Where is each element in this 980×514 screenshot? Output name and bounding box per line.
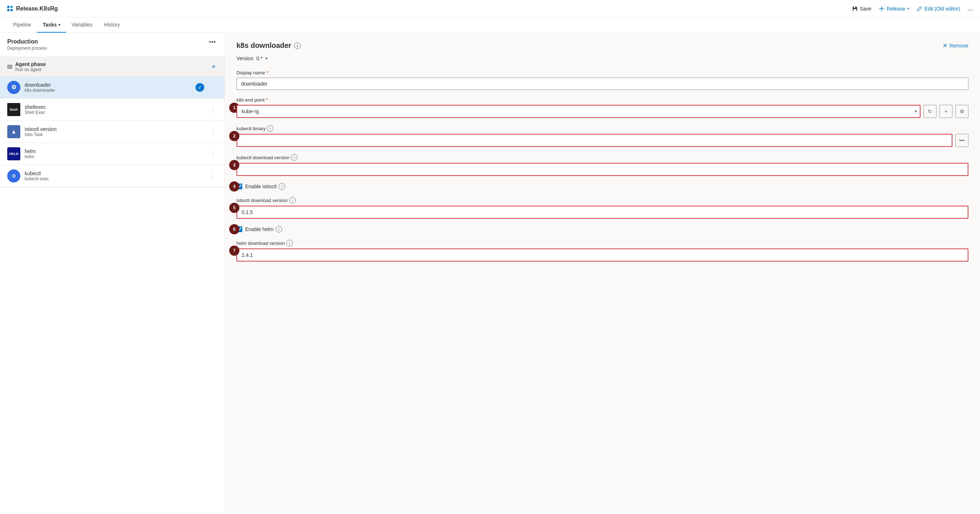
k8s-endpoint-select[interactable]: kube-rg <box>237 105 921 118</box>
task-item-istioctl[interactable]: ▲ istioctl version Istio Task ⋮ <box>0 121 224 143</box>
kubectl-version-input[interactable] <box>237 163 968 176</box>
helm-version-info-icon[interactable]: i <box>286 240 293 246</box>
k8s-endpoint-row: kube-rg ▾ ↻ + ⚙ <box>237 105 968 118</box>
kubectl-binary-input[interactable] <box>237 134 953 147</box>
logo-dot-2 <box>11 6 13 8</box>
istioctl-version-wrapper: 5 istioctl download version i <box>237 197 968 219</box>
istioctl-info-icon[interactable]: i <box>278 183 285 190</box>
task-info-downloader: downloader k8s downloader <box>25 82 191 93</box>
remove-button[interactable]: ✕ Remove <box>943 42 968 49</box>
phase-sub: Run on agent <box>15 67 46 72</box>
task-info-shellexec: shellexec Shell Exec <box>25 104 204 115</box>
step-7-indicator: 7 <box>229 245 239 256</box>
more-button[interactable]: ... <box>967 5 973 12</box>
remove-label: Remove <box>950 43 968 49</box>
tab-tasks[interactable]: Tasks ▾ <box>37 18 66 33</box>
release-chevron: ▾ <box>907 6 909 11</box>
save-button[interactable]: Save <box>852 6 872 12</box>
kubectl-binary-wrapper: 2 kubectl binary i ••• <box>237 125 968 147</box>
version-row: Version 0.* ▾ <box>237 56 968 61</box>
task-sub-downloader: k8s downloader <box>25 88 191 93</box>
task-item-shellexec[interactable]: Bash shellexec Shell Exec ⋮ <box>0 99 224 121</box>
enable-helm-wrapper: 6 Enable helm i <box>237 226 968 232</box>
step-3-indicator: 3 <box>229 160 239 170</box>
task-name-helm: helm <box>25 148 204 154</box>
left-panel: Production Deployment process ••• <box>0 33 225 512</box>
endpoint-add-button[interactable]: + <box>939 105 953 118</box>
task-drag-istioctl[interactable]: ⋮ <box>208 129 217 135</box>
step-4-indicator: 4 <box>229 181 239 191</box>
plus-icon <box>879 6 885 12</box>
k8s-downloader-icon: ⚙ <box>7 81 20 94</box>
task-item-downloader[interactable]: ⚙ downloader k8s downloader ✓ ⋮ <box>0 76 224 99</box>
kubectl-version-label: kubectl download version i <box>237 154 968 161</box>
panel-title-text: k8s downloader <box>237 41 291 50</box>
k8s-endpoint-label-text: k8s end point <box>237 97 264 103</box>
save-icon <box>852 6 858 12</box>
step-5-indicator: 5 <box>229 203 239 213</box>
add-task-button[interactable]: + <box>210 63 217 71</box>
stage-more-button[interactable]: ••• <box>207 38 217 46</box>
istioctl-version-info-icon[interactable]: i <box>289 197 296 204</box>
endpoint-refresh-button[interactable]: ↻ <box>923 105 937 118</box>
tab-variables[interactable]: Variables <box>66 18 98 33</box>
phase-text: Agent phase Run on agent <box>15 61 46 72</box>
task-info-kubectl: kubectl kubectl exec <box>25 170 204 181</box>
version-chevron-icon[interactable]: ▾ <box>266 56 268 61</box>
kubectl-binary-more-button[interactable]: ••• <box>955 134 968 147</box>
save-label: Save <box>860 6 872 12</box>
phase-section: Agent phase Run on agent + ⚙ <box>0 57 224 188</box>
display-name-input[interactable] <box>237 78 968 90</box>
task-sub-shellexec: Shell Exec <box>25 110 204 115</box>
svg-text:⚙: ⚙ <box>11 84 16 90</box>
kubectl-binary-label-text: kubectl binary <box>237 126 266 131</box>
k8s-endpoint-required: * <box>266 97 268 103</box>
istioctl-version-input[interactable] <box>237 206 968 219</box>
helm-version-input[interactable] <box>237 248 968 261</box>
kubectl-version-label-text: kubectl download version <box>237 155 290 160</box>
nav-tabs: Pipeline Tasks ▾ Variables History <box>0 18 980 33</box>
task-name-kubectl: kubectl <box>25 170 204 176</box>
endpoint-settings-button[interactable]: ⚙ <box>955 105 968 118</box>
task-icon-downloader: ⚙ <box>7 81 20 94</box>
task-item-kubectl[interactable]: ⚙ kubectl kubectl exec ⋮ <box>0 165 224 187</box>
k8s-endpoint-label: k8s end point * <box>237 97 968 103</box>
display-name-field-group: Display name * <box>237 70 968 90</box>
tasks-tab-label: Tasks <box>43 22 57 27</box>
task-drag-shellexec[interactable]: ⋮ <box>208 106 217 113</box>
kubectl-binary-row: ••• <box>237 134 968 147</box>
enable-helm-row: Enable helm i <box>237 226 968 232</box>
task-info-istioctl: istioctl version Istio Task <box>25 126 204 137</box>
phase-icon <box>7 65 12 68</box>
phase-header-left: Agent phase Run on agent <box>7 61 46 72</box>
right-panel: k8s downloader i ✕ Remove Version 0.* ▾ … <box>225 33 980 512</box>
enable-helm-label: Enable helm i <box>245 226 282 232</box>
tab-history[interactable]: History <box>98 18 126 33</box>
tab-pipeline[interactable]: Pipeline <box>7 18 37 33</box>
task-drag-downloader[interactable]: ⋮ <box>208 84 217 91</box>
top-bar: Release.K8sRg Save Release ▾ Edit (Old e… <box>0 0 980 18</box>
phase-line-2 <box>7 66 12 67</box>
task-drag-helm[interactable]: ⋮ <box>208 151 217 158</box>
enable-istioctl-label: Enable istioctl i <box>245 183 285 190</box>
logo-dot-1 <box>7 6 10 8</box>
panel-header: k8s downloader i ✕ Remove <box>237 41 968 50</box>
stage-info: Production Deployment process <box>7 38 47 51</box>
k8s-endpoint-wrapper: 1 k8s end point * kube-rg ▾ ↻ + ⚙ <box>237 97 968 118</box>
helm-info-icon[interactable]: i <box>276 226 282 232</box>
display-name-label-text: Display name <box>237 70 265 75</box>
task-sub-istioctl: Istio Task <box>25 132 204 137</box>
task-item-helm[interactable]: HELM helm helm ⋮ <box>0 143 224 165</box>
step-2-indicator: 2 <box>229 131 239 141</box>
release-button[interactable]: Release ▾ <box>879 6 909 12</box>
enable-istioctl-row: Enable istioctl i <box>237 183 968 190</box>
panel-info-icon[interactable]: i <box>294 43 301 49</box>
helm-version-wrapper: 7 helm download version i <box>237 240 968 261</box>
enable-helm-label-text: Enable helm <box>245 226 274 232</box>
task-icon-helm: HELM <box>7 147 20 160</box>
kubectl-version-info-icon[interactable]: i <box>291 154 298 161</box>
phase-title: Agent phase <box>15 61 46 67</box>
kubectl-binary-info-icon[interactable]: i <box>267 125 274 132</box>
edit-button[interactable]: Edit (Old editor) <box>916 6 960 12</box>
task-drag-kubectl[interactable]: ⋮ <box>208 173 217 180</box>
